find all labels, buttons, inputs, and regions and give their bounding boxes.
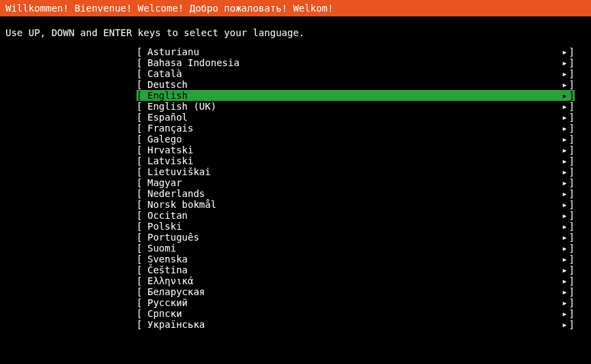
bracket-open: [ — [136, 101, 147, 112]
chevron-right-icon: ▸ — [562, 275, 567, 286]
language-item[interactable]: [English▸] — [136, 90, 575, 101]
chevron-right-icon: ▸ — [562, 166, 567, 177]
language-item[interactable]: [Deutsch▸] — [136, 79, 575, 90]
language-item[interactable]: [Français▸] — [136, 123, 575, 134]
bracket-close: ] — [569, 297, 575, 308]
language-item[interactable]: [Magyar▸] — [136, 177, 575, 188]
bracket-close: ] — [569, 101, 575, 112]
language-item[interactable]: [Čeština▸] — [136, 264, 575, 275]
language-name: Lietuviškai — [147, 166, 562, 177]
header-title: Willkommen! Bienvenue! Welcome! Добро по… — [5, 3, 333, 14]
bracket-open: [ — [136, 308, 147, 319]
welcome-header: Willkommen! Bienvenue! Welcome! Добро по… — [0, 0, 591, 16]
language-name: Čeština — [147, 264, 562, 275]
instruction-text: Use UP, DOWN and ENTER keys to select yo… — [0, 16, 591, 46]
bracket-open: [ — [136, 123, 147, 134]
language-item[interactable]: [Nederlands▸] — [136, 188, 575, 199]
chevron-right-icon: ▸ — [562, 319, 567, 330]
language-item[interactable]: [Lietuviškai▸] — [136, 166, 575, 177]
language-item[interactable]: [Беларуская▸] — [136, 286, 575, 297]
chevron-right-icon: ▸ — [562, 243, 567, 254]
bracket-open: [ — [136, 286, 147, 297]
language-name: Ελληνικά — [147, 275, 562, 286]
chevron-right-icon: ▸ — [562, 264, 567, 275]
bracket-open: [ — [136, 57, 147, 68]
language-name: Magyar — [147, 177, 562, 188]
bracket-open: [ — [136, 188, 147, 199]
language-item[interactable]: [Suomi▸] — [136, 243, 575, 254]
chevron-right-icon: ▸ — [562, 188, 567, 199]
language-item[interactable]: [Català▸] — [136, 68, 575, 79]
bracket-close: ] — [569, 166, 575, 177]
language-name: Беларуская — [147, 286, 562, 297]
chevron-right-icon: ▸ — [562, 254, 567, 264]
chevron-right-icon: ▸ — [562, 210, 567, 221]
language-item[interactable]: [English (UK)▸] — [136, 101, 575, 112]
language-name: Português — [147, 232, 562, 243]
language-name: English — [147, 90, 562, 101]
chevron-right-icon: ▸ — [562, 112, 567, 123]
bracket-close: ] — [569, 79, 575, 90]
language-name: Català — [147, 68, 562, 79]
chevron-right-icon: ▸ — [562, 134, 567, 145]
bracket-open: [ — [136, 134, 147, 145]
language-item[interactable]: [Português▸] — [136, 232, 575, 243]
bracket-open: [ — [136, 254, 147, 264]
chevron-right-icon: ▸ — [562, 221, 567, 232]
bracket-open: [ — [136, 319, 147, 330]
bracket-close: ] — [569, 319, 575, 330]
bracket-close: ] — [569, 134, 575, 145]
language-item[interactable]: [Українська▸] — [136, 319, 575, 330]
bracket-open: [ — [136, 68, 147, 79]
language-name: Galego — [147, 134, 562, 145]
language-item[interactable]: [Español▸] — [136, 112, 575, 123]
chevron-right-icon: ▸ — [562, 68, 567, 79]
chevron-right-icon: ▸ — [562, 199, 567, 210]
language-item[interactable]: [Русский▸] — [136, 297, 575, 308]
bracket-open: [ — [136, 155, 147, 166]
chevron-right-icon: ▸ — [562, 286, 567, 297]
language-item[interactable]: [Bahasa Indonesia▸] — [136, 57, 575, 68]
chevron-right-icon: ▸ — [562, 297, 567, 308]
bracket-close: ] — [569, 90, 575, 101]
chevron-right-icon: ▸ — [562, 177, 567, 188]
language-item[interactable]: [Polski▸] — [136, 221, 575, 232]
bracket-close: ] — [569, 177, 575, 188]
bracket-close: ] — [569, 254, 575, 264]
bracket-open: [ — [136, 243, 147, 254]
bracket-close: ] — [569, 286, 575, 297]
bracket-close: ] — [569, 275, 575, 286]
language-item[interactable]: [Hrvatski▸] — [136, 145, 575, 155]
language-item[interactable]: [Norsk bokmål▸] — [136, 199, 575, 210]
language-item[interactable]: [Ελληνικά▸] — [136, 275, 575, 286]
chevron-right-icon: ▸ — [562, 145, 567, 155]
language-name: Latviski — [147, 155, 562, 166]
language-item[interactable]: [Asturianu▸] — [136, 46, 575, 57]
chevron-right-icon: ▸ — [562, 79, 567, 90]
language-name: Bahasa Indonesia — [147, 57, 562, 68]
language-item[interactable]: [Svenska▸] — [136, 254, 575, 264]
language-name: Українська — [147, 319, 562, 330]
language-name: Español — [147, 112, 562, 123]
bracket-close: ] — [569, 46, 575, 57]
language-item[interactable]: [Српски▸] — [136, 308, 575, 319]
language-item[interactable]: [Occitan▸] — [136, 210, 575, 221]
language-item[interactable]: [Latviski▸] — [136, 155, 575, 166]
bracket-open: [ — [136, 210, 147, 221]
bracket-open: [ — [136, 79, 147, 90]
bracket-close: ] — [569, 112, 575, 123]
bracket-open: [ — [136, 275, 147, 286]
bracket-open: [ — [136, 166, 147, 177]
bracket-close: ] — [569, 57, 575, 68]
language-name: Hrvatski — [147, 145, 562, 155]
bracket-open: [ — [136, 177, 147, 188]
language-list[interactable]: [Asturianu▸][Bahasa Indonesia▸][Català▸]… — [136, 46, 575, 330]
language-name: Occitan — [147, 210, 562, 221]
language-name: English (UK) — [147, 101, 562, 112]
bracket-close: ] — [569, 145, 575, 155]
chevron-right-icon: ▸ — [562, 123, 567, 134]
language-item[interactable]: [Galego▸] — [136, 134, 575, 145]
chevron-right-icon: ▸ — [562, 232, 567, 243]
bracket-open: [ — [136, 112, 147, 123]
bracket-close: ] — [569, 243, 575, 254]
